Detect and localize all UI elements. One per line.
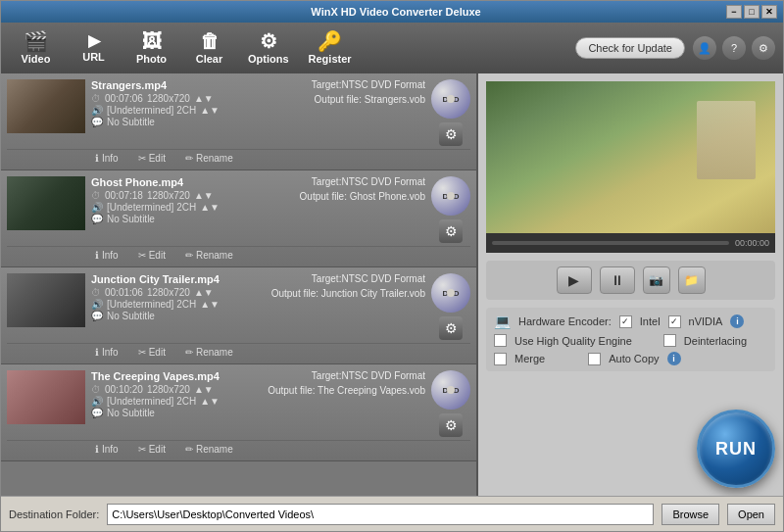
list-item[interactable]: Strangers.mp4 ⏱ 00:07:06 1280x720 ▲▼ 🔊 […	[1, 73, 476, 170]
list-item[interactable]: The Creeping Vapes.mp4 ⏱ 00:10:20 1280x7…	[1, 364, 476, 461]
video-button[interactable]: 🎬 Video	[9, 26, 63, 70]
info-button[interactable]: ℹ Info	[95, 250, 119, 261]
intel-checkbox[interactable]	[619, 315, 632, 328]
edit-button[interactable]: ✂ Edit	[138, 444, 166, 455]
auto-copy-info-icon[interactable]: i	[667, 352, 681, 365]
player-controls: ▶ ⏸ 📷 📁	[486, 261, 775, 300]
rename-button[interactable]: ✏ Rename	[185, 347, 233, 358]
destination-input[interactable]	[107, 504, 654, 525]
file-thumbnail	[7, 273, 85, 327]
user-icons: 👤 ? ⚙	[693, 36, 775, 60]
check-update-button[interactable]: Check for Update	[575, 37, 685, 59]
gear-button[interactable]: ⚙	[439, 219, 463, 243]
settings-icon-btn[interactable]: ⚙	[752, 36, 775, 60]
toolbar-right: Check for Update 👤 ? ⚙	[575, 36, 775, 60]
list-item[interactable]: Junction City Trailer.mp4 ⏱ 00:01:06 128…	[1, 267, 476, 364]
options-button[interactable]: ⚙ Options	[240, 26, 297, 70]
audio-sort-arrows[interactable]: ▲▼	[200, 105, 220, 116]
dvd-controls: DVD ⚙	[431, 273, 470, 340]
audio-icon: 🔊	[91, 396, 103, 407]
timeline-bar[interactable]	[492, 241, 729, 245]
minimize-button[interactable]: −	[726, 5, 742, 19]
sort-arrows[interactable]: ▲▼	[194, 384, 214, 395]
sort-arrows[interactable]: ▲▼	[194, 190, 214, 201]
window-title: WinX HD Video Converter Deluxe	[66, 6, 726, 18]
sort-arrows[interactable]: ▲▼	[194, 287, 214, 298]
dvd-controls: DVD ⚙	[431, 370, 470, 437]
nvidia-checkbox[interactable]	[668, 315, 681, 328]
file-item-header: Strangers.mp4 ⏱ 00:07:06 1280x720 ▲▼ 🔊 […	[7, 79, 470, 146]
info-icon: ℹ	[95, 153, 99, 164]
audio-icon: 🔊	[91, 105, 103, 116]
gear-button[interactable]: ⚙	[439, 122, 463, 146]
merge-checkbox[interactable]	[494, 353, 507, 365]
play-button[interactable]: ▶	[557, 266, 592, 294]
audio-icon: 🔊	[91, 299, 103, 310]
file-actions: ℹ Info ✂ Edit ✏ Rename	[7, 343, 470, 362]
subtitle-icon: 💬	[91, 117, 103, 127]
file-target: Target:NTSC DVD Format Output file: Ghos…	[288, 176, 425, 202]
browse-button[interactable]: Browse	[662, 504, 719, 525]
destination-label: Destination Folder:	[9, 508, 99, 520]
edit-button[interactable]: ✂ Edit	[138, 153, 166, 164]
maximize-button[interactable]: □	[744, 5, 760, 19]
help-icon-btn[interactable]: ?	[722, 36, 746, 60]
file-thumbnail	[7, 79, 85, 133]
sort-arrows[interactable]: ▲▼	[194, 93, 214, 104]
open-button[interactable]: Open	[727, 504, 775, 525]
screenshot-button[interactable]: 📷	[643, 266, 670, 294]
audio-sort-arrows[interactable]: ▲▼	[200, 299, 220, 310]
rename-button[interactable]: ✏ Rename	[185, 444, 233, 455]
file-list-panel: Strangers.mp4 ⏱ 00:07:06 1280x720 ▲▼ 🔊 […	[1, 73, 478, 496]
subtitle-icon: 💬	[91, 311, 103, 321]
list-item[interactable]: Ghost Phone.mp4 ⏱ 00:07:18 1280x720 ▲▼ 🔊…	[1, 170, 476, 267]
rename-button[interactable]: ✏ Rename	[185, 250, 233, 261]
folder-button[interactable]: 📁	[678, 266, 706, 294]
auto-copy-checkbox[interactable]	[588, 353, 601, 365]
audio-sort-arrows[interactable]: ▲▼	[200, 396, 220, 407]
info-button[interactable]: ℹ Info	[95, 444, 119, 455]
user-icon[interactable]: 👤	[693, 36, 716, 60]
gear-button[interactable]: ⚙	[439, 413, 463, 437]
clear-button[interactable]: 🗑 Clear	[182, 26, 236, 70]
rename-icon: ✏	[185, 347, 193, 358]
deinterlacing-checkbox[interactable]	[663, 334, 676, 347]
edit-button[interactable]: ✂ Edit	[138, 347, 166, 358]
register-button[interactable]: 🔑 Register	[301, 26, 360, 70]
file-actions: ℹ Info ✂ Edit ✏ Rename	[7, 246, 470, 265]
dvd-icon: DVD	[431, 176, 470, 216]
dvd-icon: DVD	[431, 79, 470, 119]
info-button[interactable]: ℹ Info	[95, 153, 119, 164]
toolbar: 🎬 Video ▶ URL 🖼 Photo 🗑 Clear ⚙ Options …	[1, 23, 783, 73]
run-btn-container: RUN	[486, 379, 775, 488]
file-item-header: Junction City Trailer.mp4 ⏱ 00:01:06 128…	[7, 273, 470, 340]
auto-copy-label: Auto Copy	[609, 353, 659, 364]
run-button[interactable]: RUN	[697, 410, 775, 488]
gear-button[interactable]: ⚙	[439, 316, 463, 340]
hw-info-icon[interactable]: i	[730, 314, 744, 328]
trash-icon: 🗑	[200, 31, 220, 51]
quality-checkbox[interactable]	[494, 334, 507, 347]
intel-label: Intel	[640, 315, 661, 327]
file-info: Ghost Phone.mp4 ⏱ 00:07:18 1280x720 ▲▼ 🔊…	[91, 176, 282, 225]
dvd-icon: DVD	[431, 370, 470, 410]
file-name: The Creeping Vapes.mp4	[91, 370, 262, 382]
close-button[interactable]: ✕	[761, 5, 777, 19]
info-button[interactable]: ℹ Info	[95, 347, 119, 358]
url-button[interactable]: ▶ URL	[67, 26, 121, 70]
window-controls: − □ ✕	[726, 5, 777, 19]
rename-icon: ✏	[185, 153, 193, 164]
file-subtitle: 💬 No Subtitle	[91, 311, 266, 321]
rename-button[interactable]: ✏ Rename	[185, 153, 233, 164]
pause-button[interactable]: ⏸	[600, 266, 635, 294]
file-audio: 🔊 [Undetermined] 2CH ▲▼	[91, 299, 266, 310]
time-display: 00:00:00	[735, 238, 769, 248]
info-icon: ℹ	[95, 250, 99, 261]
file-actions: ℹ Info ✂ Edit ✏ Rename	[7, 149, 470, 168]
edit-button[interactable]: ✂ Edit	[138, 250, 166, 261]
dvd-controls: DVD ⚙	[431, 176, 470, 243]
audio-sort-arrows[interactable]: ▲▼	[200, 202, 220, 213]
photo-button[interactable]: 🖼 Photo	[124, 26, 178, 70]
merge-row: Merge Auto Copy i	[494, 352, 767, 365]
options-icon: ⚙	[260, 31, 277, 51]
